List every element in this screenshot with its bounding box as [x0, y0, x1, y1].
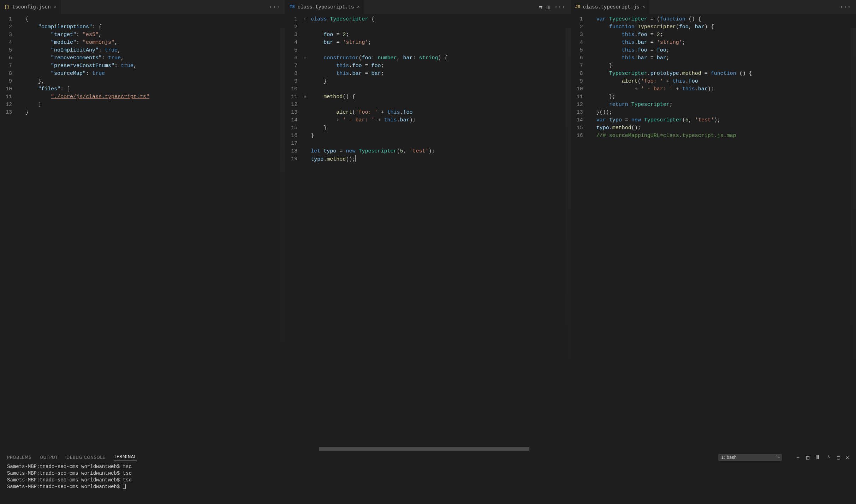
panel-chevron-up-icon[interactable]: ＾ — [826, 454, 831, 461]
code-line[interactable]: var Typescripter = (function () { — [596, 16, 752, 23]
close-panel-icon[interactable]: ✕ — [846, 454, 849, 461]
code-line[interactable]: } — [311, 78, 447, 85]
code-line[interactable]: } — [311, 132, 447, 140]
code-line[interactable]: "compilerOptions": { — [25, 23, 149, 31]
code-line[interactable]: "./core/js/class.typescript.ts" — [25, 93, 149, 101]
editor-tab[interactable]: JSclass.typescript.js× — [571, 0, 650, 14]
code-line[interactable]: this.foo = foo; — [596, 47, 752, 54]
code-line[interactable]: typo.method(); — [311, 155, 447, 163]
close-tab-icon[interactable]: × — [54, 4, 57, 10]
terminal-output[interactable]: Samets-MBP:tnado-seo-cms worldwantweb$ t… — [0, 463, 856, 493]
code-line[interactable]: }()); — [596, 109, 752, 116]
code-line[interactable]: return Typescripter; — [596, 101, 752, 109]
maximize-panel-icon[interactable]: ▢ — [837, 454, 840, 461]
open-changes-icon[interactable]: ⇆ — [539, 4, 543, 11]
minimap[interactable] — [851, 28, 856, 451]
code-line[interactable]: } — [25, 109, 149, 116]
code-line[interactable]: let typo = new Typescripter(5, 'test'); — [311, 148, 447, 155]
code-line[interactable] — [311, 85, 447, 93]
code-line[interactable]: ] — [25, 101, 149, 109]
line-number-gutter[interactable]: 12345678910111213141516171819 — [285, 14, 302, 164]
code-content[interactable]: class Typescripter { foo = 2; bar = 'str… — [308, 14, 447, 164]
code-line[interactable]: this.bar = bar; — [596, 54, 752, 62]
code-line[interactable]: "module": "commonjs", — [25, 39, 149, 47]
panel-tab-terminal[interactable]: TERMINAL — [114, 454, 136, 461]
code-line[interactable]: + ' - bar: ' + this.bar); — [311, 116, 447, 124]
new-terminal-icon[interactable]: ＋ — [795, 454, 801, 461]
code-area[interactable]: 12345678910111213141516171819⊟⊟⊟class Ty… — [285, 14, 570, 451]
horizontal-scrollbar[interactable] — [285, 447, 565, 451]
code-line[interactable]: class Typescripter { — [311, 16, 447, 23]
line-number-gutter[interactable]: 12345678910111213 — [0, 14, 17, 118]
more-actions-icon[interactable] — [269, 4, 280, 10]
panel-tab-debug-console[interactable]: DEBUG CONSOLE — [66, 455, 105, 460]
editor-tab[interactable]: {}tsconfig.json× — [0, 0, 61, 14]
code-line[interactable]: function Typescripter(foo, bar) { — [596, 23, 752, 31]
file-type-icon: {} — [4, 5, 9, 10]
code-area[interactable]: 12345678910111213{ "compilerOptions": { … — [0, 14, 285, 451]
code-line[interactable]: } — [311, 124, 447, 132]
code-line[interactable]: this.foo = 2; — [596, 31, 752, 39]
code-line[interactable] — [311, 101, 447, 109]
code-line[interactable]: this.bar = 'string'; — [596, 39, 752, 47]
code-line[interactable] — [311, 23, 447, 31]
code-line[interactable]: "files": [ — [25, 85, 149, 93]
kill-terminal-icon[interactable]: 🗑 — [815, 454, 820, 461]
code-line[interactable]: this.foo = foo; — [311, 62, 447, 70]
terminal-select[interactable]: 1: bash — [718, 454, 782, 461]
editor-groups: {}tsconfig.json×12345678910111213{ "comp… — [0, 0, 856, 451]
code-line[interactable]: "sourceMap": true — [25, 70, 149, 78]
tab-bar: TSclass.typescript.ts×⇆◫ — [285, 0, 570, 14]
code-line[interactable]: foo = 2; — [311, 31, 447, 39]
panel-tab-problems[interactable]: PROBLEMS — [7, 455, 31, 460]
code-line[interactable]: typo.method(); — [596, 124, 752, 132]
tab-title: class.typescript.ts — [298, 4, 354, 10]
code-line[interactable] — [311, 140, 447, 148]
code-line[interactable]: "preserveConstEnums": true, — [25, 62, 149, 70]
fold-gutter[interactable] — [588, 14, 594, 141]
code-line[interactable]: + ' - bar: ' + this.bar); — [596, 85, 752, 93]
minimap[interactable] — [280, 28, 285, 451]
more-actions-icon[interactable] — [840, 4, 851, 10]
code-content[interactable]: var Typescripter = (function () { functi… — [594, 14, 752, 141]
panel-tab-output[interactable]: OUTPUT — [40, 455, 58, 460]
code-line[interactable]: bar = 'string'; — [311, 39, 447, 47]
code-line[interactable]: }; — [596, 93, 752, 101]
fold-gutter[interactable]: ⊟⊟⊟ — [302, 14, 308, 164]
code-content[interactable]: { "compilerOptions": { "target": "es5", … — [23, 14, 149, 118]
close-tab-icon[interactable]: × — [642, 4, 645, 10]
terminal-line: Samets-MBP:tnado-seo-cms worldwantweb$ — [7, 484, 849, 490]
code-area[interactable]: 12345678910111213141516var Typescripter … — [571, 14, 856, 451]
code-line[interactable]: //# sourceMappingURL=class.typescript.js… — [596, 132, 752, 140]
terminal-line: Samets-MBP:tnado-seo-cms worldwantweb$ t… — [7, 477, 849, 484]
code-line[interactable]: { — [25, 16, 149, 23]
code-line[interactable]: var typo = new Typescripter(5, 'test'); — [596, 116, 752, 124]
code-line[interactable]: "target": "es5", — [25, 31, 149, 39]
code-line[interactable]: constructor(foo: number, bar: string) { — [311, 54, 447, 62]
code-line[interactable]: alert('foo: ' + this.foo — [311, 109, 447, 116]
line-number-gutter[interactable]: 12345678910111213141516 — [571, 14, 588, 141]
fold-gutter[interactable] — [17, 14, 23, 118]
terminal-cursor — [123, 484, 126, 489]
terminal-line: Samets-MBP:tnado-seo-cms worldwantweb$ t… — [7, 463, 849, 470]
code-line[interactable]: "removeComments": true, — [25, 54, 149, 62]
code-line[interactable]: } — [596, 62, 752, 70]
split-editor-icon[interactable]: ◫ — [547, 4, 550, 11]
tab-actions — [840, 4, 854, 10]
split-terminal-icon[interactable]: ◫ — [806, 454, 809, 461]
editor-group: JSclass.typescript.js×123456789101112131… — [571, 0, 856, 451]
file-type-icon: TS — [290, 5, 295, 10]
editor-tab[interactable]: TSclass.typescript.ts× — [285, 0, 364, 14]
code-line[interactable]: "noImplicitAny": true, — [25, 47, 149, 54]
code-line[interactable]: }, — [25, 78, 149, 85]
code-line[interactable]: method() { — [311, 93, 447, 101]
code-line[interactable]: alert('foo: ' + this.foo — [596, 78, 752, 85]
code-line[interactable]: this.bar = bar; — [311, 70, 447, 78]
minimap[interactable] — [566, 28, 571, 451]
panel-tabs: PROBLEMSOUTPUTDEBUG CONSOLETERMINAL1: ba… — [0, 451, 856, 463]
close-tab-icon[interactable]: × — [357, 4, 359, 10]
code-line[interactable]: Typescripter.prototype.method = function… — [596, 70, 752, 78]
code-line[interactable] — [311, 47, 447, 54]
more-actions-icon[interactable] — [554, 4, 566, 10]
tab-title: class.typescript.js — [583, 4, 640, 10]
